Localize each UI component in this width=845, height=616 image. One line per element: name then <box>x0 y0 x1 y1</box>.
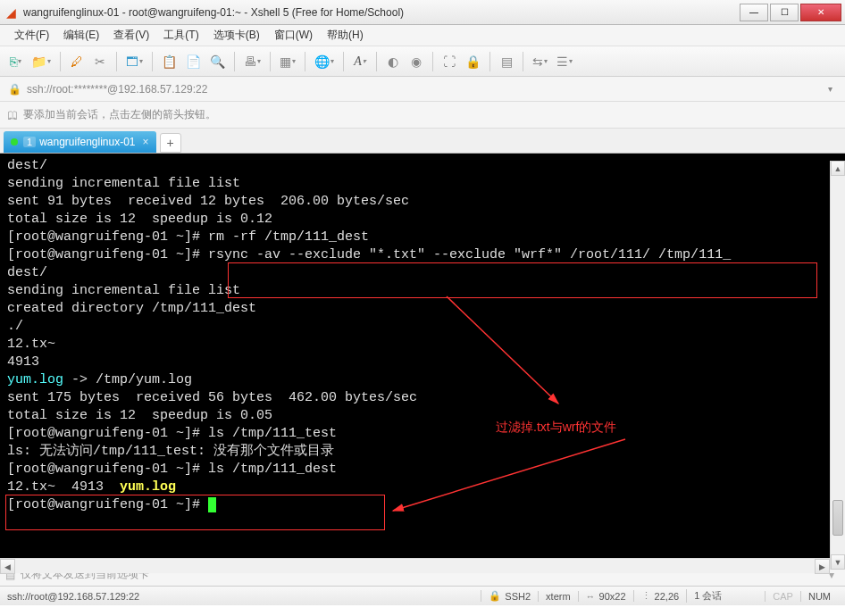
annotation-text: 过滤掉.txt与wrf的文件 <box>496 418 616 436</box>
terminal-line: sending incremental file list <box>7 282 838 300</box>
new-session-button[interactable]: ⎘▾ <box>5 51 25 72</box>
copy-button[interactable]: 📋 <box>159 51 180 72</box>
properties-button[interactable]: 🗔▾ <box>123 51 146 72</box>
font-button[interactable]: A▾ <box>350 51 370 72</box>
terminal-line: [root@wangruifeng-01 ~]# ls /tmp/111_des… <box>7 461 838 479</box>
session-tab[interactable]: 1 wangruifenglinux-01 × <box>4 131 156 153</box>
menu-tabs[interactable]: 选项卡(B) <box>206 25 267 46</box>
terminal-line: 12.tx~ 4913 yum.log <box>7 479 838 496</box>
status-size: ↔90x22 <box>578 591 633 602</box>
disconnect-button[interactable]: ✂ <box>90 51 110 72</box>
fullscreen-button[interactable]: ⛶ <box>439 51 459 72</box>
size-icon: ↔ <box>586 591 596 602</box>
vertical-scrollbar[interactable]: ▲ ▼ <box>830 161 845 570</box>
separator <box>305 52 305 71</box>
window-title: wangruifenglinux-01 - root@wangruifeng-0… <box>23 6 738 19</box>
lock-icon: 🔒 <box>7 83 21 96</box>
terminal-line: sending incremental file list <box>7 175 838 193</box>
terminal-line: dest/ <box>7 157 838 175</box>
status-connection: ssh://root@192.168.57.129:22 <box>7 591 481 602</box>
paste-button[interactable]: 📄 <box>183 51 204 72</box>
terminal-line: sent 175 bytes received 56 bytes 462.00 … <box>7 389 838 407</box>
terminal-line: [root@wangruifeng-01 ~]# ls /tmp/111_tes… <box>7 425 838 443</box>
status-caps: CAP <box>765 591 800 602</box>
status-protocol: 🔒SSH2 <box>481 590 538 602</box>
terminal-line: 4913 <box>7 354 838 371</box>
scroll-thumb[interactable] <box>832 500 843 536</box>
status-sessions: 1 会话 <box>686 589 729 603</box>
menu-file[interactable]: 文件(F) <box>7 25 56 46</box>
status-dot-icon <box>11 138 18 146</box>
toolbar: ⎘▾ 📁▾ 🖊 ✂ 🗔▾ 📋 📄 🔍 🖶▾ ▦▾ 🌐▾ A▾ ◐ ◉ ⛶ 🔒 ▤… <box>0 46 845 77</box>
separator <box>376 52 377 71</box>
minimize-button[interactable]: — <box>740 4 768 21</box>
terminal-line: 12.tx~ <box>7 336 838 354</box>
window-controls: — ☐ ✕ <box>738 4 841 21</box>
maximize-button[interactable]: ☐ <box>770 4 799 21</box>
terminal-line: [root@wangruifeng-01 ~]# rsync -av --exc… <box>7 246 838 264</box>
globe-button[interactable]: 🌐▾ <box>312 51 337 72</box>
terminal-line: [root@wangruifeng-01 ~]# <box>7 496 838 514</box>
tabstrip: 1 wangruifenglinux-01 × + <box>0 129 845 154</box>
menubar: 文件(F) 编辑(E) 查看(V) 工具(T) 选项卡(B) 窗口(W) 帮助(… <box>0 25 845 46</box>
terminal-line: ls: 无法访问/tmp/111_test: 没有那个文件或目录 <box>7 443 838 461</box>
separator <box>152 52 153 71</box>
scroll-up-button[interactable]: ▲ <box>831 161 845 176</box>
separator <box>60 52 61 71</box>
script-button[interactable]: ☰▾ <box>554 51 575 72</box>
terminal[interactable]: dest/sending incremental file listsent 9… <box>0 154 845 562</box>
sessions-button[interactable]: ▤ <box>497 51 516 72</box>
scroll-right-button[interactable]: ▶ <box>815 559 830 574</box>
layout-button[interactable]: ▦▾ <box>277 51 298 72</box>
separator <box>116 52 117 71</box>
bookmark-icon[interactable]: 🕮 <box>7 109 18 121</box>
menu-edit[interactable]: 编辑(E) <box>56 25 106 46</box>
lock-icon: 🔒 <box>489 590 501 602</box>
terminal-line: total size is 12 speedup is 0.05 <box>7 407 838 425</box>
menu-tools[interactable]: 工具(T) <box>156 25 205 46</box>
reconnect-button[interactable]: 🖊 <box>67 51 87 72</box>
status-num: NUM <box>800 591 838 602</box>
theme-button[interactable]: ◉ <box>406 51 426 72</box>
find-button[interactable]: 🔍 <box>207 51 228 72</box>
hint-text: 要添加当前会话，点击左侧的箭头按钮。 <box>23 107 216 122</box>
lock-button[interactable]: 🔒 <box>463 51 483 72</box>
terminal-line: sent 91 bytes received 12 bytes 206.00 b… <box>7 193 838 211</box>
menu-window[interactable]: 窗口(W) <box>267 25 320 46</box>
address-dropdown[interactable]: ▾ <box>823 84 838 94</box>
terminal-line: dest/ <box>7 264 838 282</box>
separator <box>343 52 344 71</box>
statusbar: ssh://root@192.168.57.129:22 🔒SSH2 xterm… <box>0 586 845 605</box>
scroll-left-button[interactable]: ◀ <box>0 559 15 574</box>
separator <box>432 52 433 71</box>
horizontal-scrollbar[interactable]: ◀ ▶ <box>0 558 830 573</box>
separator <box>234 52 235 71</box>
tunnel-button[interactable]: ⇆▾ <box>530 51 550 72</box>
titlebar: ◢ wangruifenglinux-01 - root@wangruifeng… <box>0 0 845 25</box>
terminal-line: ./ <box>7 318 838 336</box>
terminal-line: total size is 12 speedup is 0.12 <box>7 211 838 229</box>
hintbar: 🕮 要添加当前会话，点击左侧的箭头按钮。 <box>0 102 845 129</box>
color-button[interactable]: ◐ <box>383 51 403 72</box>
terminal-line: yum.log -> /tmp/yum.log <box>7 371 838 389</box>
separator <box>489 52 490 71</box>
app-icon: ◢ <box>4 5 18 20</box>
position-icon: ⋮ <box>641 590 651 602</box>
separator <box>523 52 523 71</box>
open-folder-button[interactable]: 📁▾ <box>29 51 54 72</box>
addressbar: 🔒 ssh://root:********@192.168.57.129:22 … <box>0 77 845 102</box>
tab-label: wangruifenglinux-01 <box>39 136 135 148</box>
terminal-line: created directory /tmp/111_dest <box>7 300 838 318</box>
print-button[interactable]: 🖶▾ <box>241 51 264 72</box>
tab-number: 1 <box>23 137 36 147</box>
status-position: ⋮22,26 <box>633 590 687 602</box>
close-button[interactable]: ✕ <box>800 4 841 21</box>
separator <box>270 52 271 71</box>
scroll-down-button[interactable]: ▼ <box>831 554 845 570</box>
address-text[interactable]: ssh://root:********@192.168.57.129:22 <box>27 83 823 96</box>
menu-help[interactable]: 帮助(H) <box>320 25 371 46</box>
menu-view[interactable]: 查看(V) <box>106 25 156 46</box>
tab-close-icon[interactable]: × <box>143 136 149 148</box>
add-tab-button[interactable]: + <box>160 133 181 153</box>
terminal-line: [root@wangruifeng-01 ~]# rm -rf /tmp/111… <box>7 229 838 246</box>
